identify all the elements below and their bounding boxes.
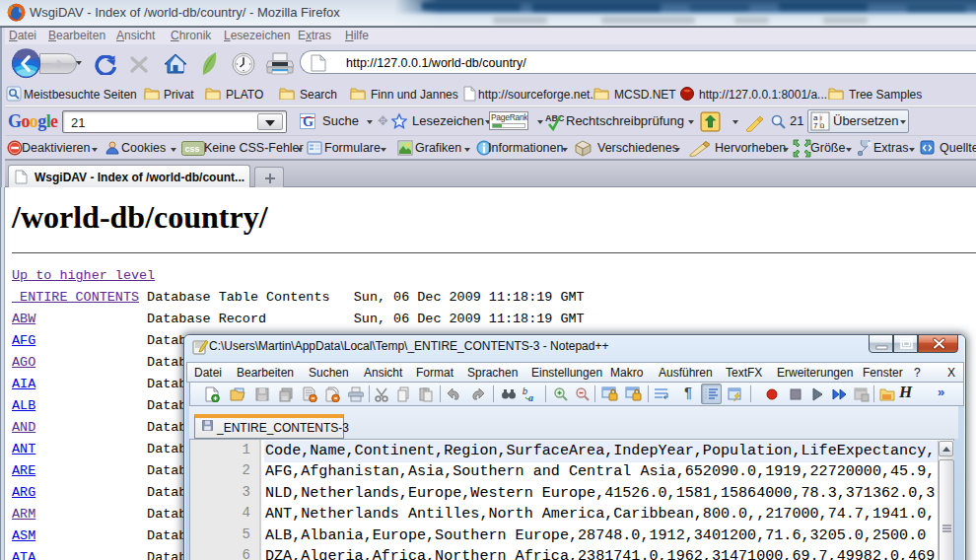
svg-text:G: G xyxy=(303,114,314,129)
svg-text:ABC: ABC xyxy=(545,113,565,123)
svg-text:7 ü: 7 ü xyxy=(813,121,824,130)
svg-text:b: b xyxy=(523,386,527,396)
svg-text:css: css xyxy=(185,144,200,154)
svg-text:a: a xyxy=(528,392,533,402)
